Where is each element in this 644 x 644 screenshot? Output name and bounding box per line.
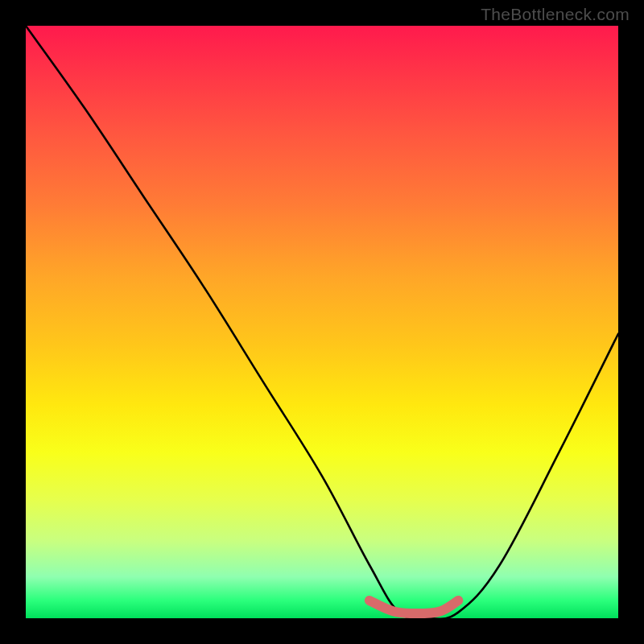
optimal-range-marker bbox=[369, 601, 458, 613]
chart-container: TheBottleneck.com bbox=[0, 0, 644, 644]
bottleneck-curve bbox=[26, 26, 618, 619]
plot-area bbox=[26, 26, 618, 618]
curve-layer bbox=[26, 26, 618, 618]
watermark-text: TheBottleneck.com bbox=[481, 5, 630, 24]
